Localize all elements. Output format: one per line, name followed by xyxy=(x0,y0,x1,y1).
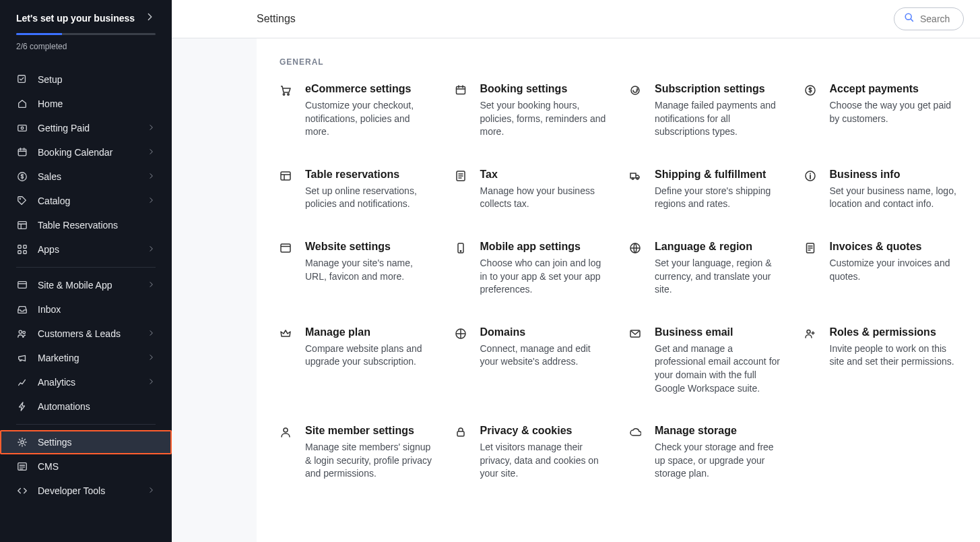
info-icon xyxy=(804,170,818,183)
sidebar-item-getting-paid[interactable]: Getting Paid xyxy=(0,116,172,140)
home-icon xyxy=(16,98,28,110)
settings-icon xyxy=(16,436,28,448)
settings-card-ecommerce-settings[interactable]: eCommerce settings Customize your checko… xyxy=(280,83,436,139)
sidebar-item-inbox[interactable]: Inbox xyxy=(0,297,172,322)
sidebar-item-label: Customers & Leads xyxy=(38,328,121,339)
paid-icon xyxy=(16,122,28,134)
cloud-icon xyxy=(629,426,643,440)
settings-card-business-email[interactable]: Business email Get and manage a professi… xyxy=(629,326,785,395)
settings-card-table-reservations[interactable]: Table reservations Set up online reserva… xyxy=(280,169,436,211)
settings-card-tax[interactable]: Tax Manage how your business collects ta… xyxy=(455,169,611,211)
tag-icon xyxy=(16,195,28,207)
subscription-icon xyxy=(629,84,643,98)
card-title: Mobile app settings xyxy=(480,241,611,253)
nav-divider xyxy=(16,267,156,268)
settings-card-roles-permissions[interactable]: Roles & permissions Invite people to wor… xyxy=(804,326,960,395)
chevron-right-icon xyxy=(148,280,156,291)
card-description: Invite people to work on this site and s… xyxy=(830,342,960,369)
settings-card-site-member-settings[interactable]: Site member settings Manage site members… xyxy=(280,425,436,481)
dev-icon xyxy=(16,485,28,497)
search-box[interactable] xyxy=(894,7,964,30)
sidebar-nav: Setup Home Getting Paid Booking Calendar… xyxy=(0,61,172,503)
card-title: Site member settings xyxy=(305,425,436,437)
settings-card-business-info[interactable]: Business info Set your business name, lo… xyxy=(804,169,960,211)
card-title: Invoices & quotes xyxy=(830,241,960,253)
sidebar-item-label: Getting Paid xyxy=(38,123,90,133)
sidebar-item-label: CMS xyxy=(38,461,59,472)
card-description: Define your store's shipping regions and… xyxy=(655,185,785,211)
sidebar-item-booking-calendar[interactable]: Booking Calendar xyxy=(0,140,172,164)
settings-card-shipping-fulfillment[interactable]: Shipping & fulfillment Define your store… xyxy=(629,169,785,211)
topbar: Settings xyxy=(172,0,980,38)
settings-card-accept-payments[interactable]: Accept payments Choose the way you get p… xyxy=(804,83,960,139)
chevron-right-icon xyxy=(148,486,156,496)
card-description: Connect, manage and edit your website's … xyxy=(480,342,611,369)
settings-grid: eCommerce settings Customize your checko… xyxy=(280,83,960,481)
apps-icon xyxy=(16,243,28,255)
sidebar-item-label: Sales xyxy=(38,171,61,182)
mail-icon xyxy=(629,328,643,341)
search-icon xyxy=(904,12,915,26)
settings-card-booking-settings[interactable]: Booking settings Set your booking hours,… xyxy=(455,83,611,139)
settings-card-website-settings[interactable]: Website settings Manage your site's name… xyxy=(280,241,436,297)
sidebar-item-setup[interactable]: Setup xyxy=(0,67,172,92)
sidebar-item-label: Booking Calendar xyxy=(38,147,112,158)
setup-icon xyxy=(16,73,28,86)
sidebar-item-home[interactable]: Home xyxy=(0,92,172,116)
card-title: Domains xyxy=(480,326,611,338)
settings-card-domains[interactable]: Domains Connect, manage and edit your we… xyxy=(455,326,611,395)
card-description: Set your language, region & currency, an… xyxy=(655,257,785,297)
card-title: Accept payments xyxy=(830,83,960,95)
sidebar-item-cms[interactable]: CMS xyxy=(0,454,172,479)
settings-card-invoices-quotes[interactable]: Invoices & quotes Customize your invoice… xyxy=(804,241,960,297)
card-title: Shipping & fulfillment xyxy=(655,169,785,181)
sidebar-item-analytics[interactable]: Analytics xyxy=(0,370,172,394)
crown-icon xyxy=(280,328,293,341)
sidebar-item-sales[interactable]: Sales xyxy=(0,164,172,189)
card-description: Get and manage a professional email acco… xyxy=(655,342,785,395)
sidebar-item-customers-leads[interactable]: Customers & Leads xyxy=(0,322,172,346)
settings-card-language-region[interactable]: Language & region Set your language, reg… xyxy=(629,241,785,297)
card-title: Subscription settings xyxy=(655,83,785,95)
sidebar-item-label: Analytics xyxy=(38,377,75,388)
setup-progress-bar xyxy=(16,33,156,35)
sidebar-item-developer-tools[interactable]: Developer Tools xyxy=(0,479,172,503)
dollar-icon xyxy=(16,171,28,183)
sidebar-item-marketing[interactable]: Marketing xyxy=(0,346,172,370)
inbox-icon xyxy=(16,303,28,315)
tax-icon xyxy=(455,170,468,183)
table-icon xyxy=(280,170,293,183)
settings-card-mobile-app-settings[interactable]: Mobile app settings Choose who can join … xyxy=(455,241,611,297)
sidebar-item-settings[interactable]: Settings xyxy=(0,430,172,454)
settings-card-manage-storage[interactable]: Manage storage Check your storage and fr… xyxy=(629,425,785,481)
sidebar-item-automations[interactable]: Automations xyxy=(0,394,172,419)
sidebar-item-site-mobile-app[interactable]: Site & Mobile App xyxy=(0,273,172,297)
sidebar-item-label: Catalog xyxy=(38,195,70,206)
card-description: Customize your checkout, notifications, … xyxy=(305,99,436,139)
chevron-right-icon xyxy=(148,123,156,133)
sidebar-item-label: Settings xyxy=(38,437,72,448)
chevron-right-icon xyxy=(148,148,156,158)
chevron-right-icon xyxy=(148,353,156,363)
chevron-right-icon xyxy=(145,11,156,25)
card-title: Website settings xyxy=(305,241,436,253)
globe2-icon xyxy=(455,328,468,341)
sidebar-item-label: Home xyxy=(38,98,63,109)
chevron-right-icon xyxy=(148,245,156,255)
search-input[interactable] xyxy=(920,13,954,24)
card-description: Manage how your business collects tax. xyxy=(480,185,611,211)
sidebar-item-catalog[interactable]: Catalog xyxy=(0,189,172,213)
chevron-right-icon xyxy=(148,196,156,206)
sidebar-item-label: Apps xyxy=(38,244,59,255)
sidebar-item-label: Setup xyxy=(38,74,63,85)
sidebar-item-table-reservations[interactable]: Table Reservations xyxy=(0,213,172,237)
sidebar-item-apps[interactable]: Apps xyxy=(0,237,172,262)
setup-banner[interactable]: Let's set up your business 2/6 completed xyxy=(0,0,172,61)
card-description: Customize your invoices and quotes. xyxy=(830,257,960,283)
settings-card-privacy-cookies[interactable]: Privacy & cookies Let visitors manage th… xyxy=(455,425,611,481)
window-icon xyxy=(280,242,293,255)
card-title: Table reservations xyxy=(305,169,436,181)
settings-card-manage-plan[interactable]: Manage plan Compare website plans and up… xyxy=(280,326,436,395)
card-title: Language & region xyxy=(655,241,785,253)
settings-card-subscription-settings[interactable]: Subscription settings Manage failed paym… xyxy=(629,83,785,139)
